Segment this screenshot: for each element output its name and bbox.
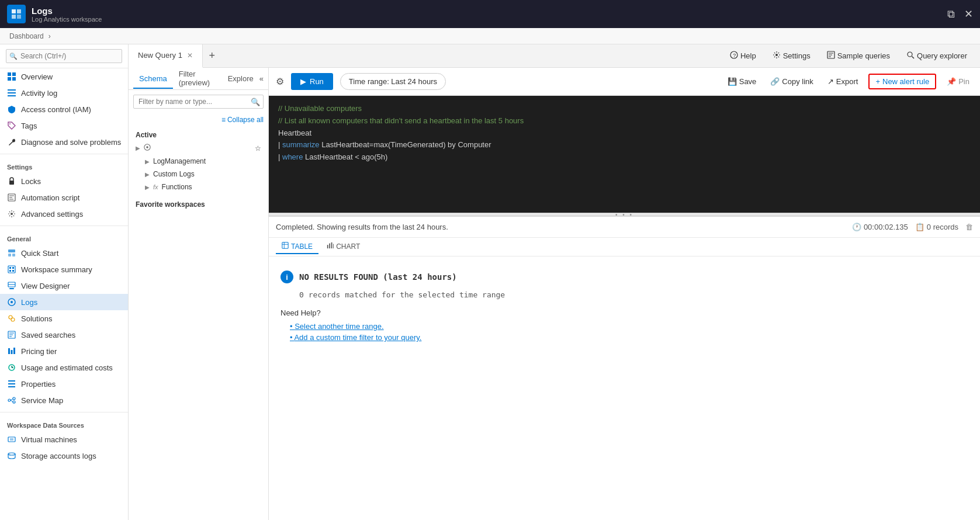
no-results-header: i NO RESULTS FOUND (last 24 hours) [281, 271, 968, 283]
sidebar-item-diagnose[interactable]: Diagnose and solve problems [0, 134, 128, 150]
collapse-all-button[interactable]: ≡ Collapse all [221, 116, 264, 124]
wrench-icon [7, 137, 16, 147]
sidebar-label-logs: Logs [21, 298, 37, 307]
schema-filter-options: ≡ Collapse all [129, 113, 268, 126]
sidebar-item-quickstart[interactable]: Quick Start [0, 245, 128, 261]
restore-button[interactable]: ⧉ [947, 8, 955, 20]
svg-rect-4 [8, 72, 11, 76]
code-editor[interactable]: // Unavailable computers // List all kno… [269, 96, 980, 213]
svg-rect-22 [9, 267, 11, 269]
sidebar-item-logs[interactable]: Logs [0, 294, 128, 310]
sidebar-label-tags: Tags [21, 122, 37, 130]
code-line-2: // List all known computers that didn't … [278, 115, 971, 127]
records-icon: 📋 [915, 223, 924, 231]
sidebar-item-properties[interactable]: Properties [0, 376, 128, 392]
help-link-custom-filter[interactable]: Add a custom time filter to your query. [290, 333, 968, 342]
svg-rect-38 [11, 350, 13, 354]
schema-tab-schema[interactable]: Schema [133, 70, 173, 89]
svg-rect-23 [12, 267, 14, 269]
sidebar-item-activity-log[interactable]: Activity log [0, 85, 128, 101]
svg-point-54 [775, 54, 778, 56]
pin-button[interactable]: 📌 Pin [943, 75, 973, 88]
sidebar-item-iam[interactable]: Access control (IAM) [0, 101, 128, 117]
schema-custom-logs[interactable]: ▶ Custom Logs [129, 168, 268, 181]
sample-queries-icon [827, 51, 835, 61]
help-button[interactable]: ? Help [726, 48, 760, 63]
no-results-content: i NO RESULTS FOUND (last 24 hours) 0 rec… [269, 256, 980, 358]
query-editor-panel: ⚙ ▶ Run Time range: Last 24 hours 💾 Save [269, 68, 980, 520]
svg-rect-18 [8, 249, 15, 252]
new-alert-rule-button[interactable]: + New alert rule [868, 74, 936, 89]
time-range-button[interactable]: Time range: Last 24 hours [340, 73, 446, 90]
svg-point-11 [9, 123, 11, 124]
schema-active-label: Active [129, 126, 268, 141]
svg-rect-37 [8, 348, 10, 354]
svg-rect-39 [13, 348, 15, 354]
sidebar-item-service-map[interactable]: Service Map [0, 392, 128, 408]
grid-icon [7, 72, 16, 81]
sidebar-label-pricing: Pricing tier [21, 347, 57, 356]
pin-icon: 📌 [947, 77, 956, 86]
storage-icon [7, 451, 16, 460]
svg-rect-43 [8, 386, 15, 387]
schema-collapse-icon[interactable]: « [259, 74, 264, 83]
schema-search-input[interactable] [133, 95, 264, 109]
sidebar-label-overview: Overview [21, 72, 53, 81]
search-input[interactable] [6, 49, 122, 63]
svg-rect-21 [8, 266, 15, 273]
svg-rect-7 [12, 77, 16, 81]
shield-icon [7, 105, 16, 114]
sidebar-item-automation[interactable]: Automation script [0, 189, 128, 206]
summary-icon [7, 265, 16, 274]
tab-close-icon[interactable]: ✕ [187, 51, 193, 60]
svg-rect-63 [282, 242, 288, 248]
sidebar-item-locks[interactable]: Locks [0, 173, 128, 189]
sidebar-item-tags[interactable]: Tags [0, 117, 128, 134]
section-settings-label: Settings [0, 158, 128, 173]
help-link-time-range[interactable]: Select another time range. [290, 322, 968, 331]
sidebar-item-vms[interactable]: Virtual machines [0, 431, 128, 448]
schema-panel: Schema Filter (preview) Explore « 🔍 ≡ Co… [129, 68, 269, 520]
sidebar-label-properties: Properties [21, 380, 56, 389]
tab-new-query-1[interactable]: New Query 1 ✕ [129, 44, 203, 68]
run-button[interactable]: ▶ Run [291, 73, 333, 90]
svg-rect-8 [8, 89, 16, 91]
sidebar-item-workspace-summary[interactable]: Workspace summary [0, 261, 128, 278]
svg-point-62 [146, 146, 148, 148]
sample-queries-button[interactable]: Sample queries [823, 48, 894, 63]
sidebar-item-overview[interactable]: Overview [0, 68, 128, 85]
need-help-label: Need Help? [281, 308, 968, 317]
sidebar-label-quickstart: Quick Start [21, 249, 58, 258]
help-icon: ? [730, 51, 738, 61]
sidebar-item-view-designer[interactable]: View Designer [0, 278, 128, 294]
export-button[interactable]: ↗ Export [824, 75, 862, 88]
search-icon: 🔍 [9, 53, 18, 60]
tab-table[interactable]: TABLE [276, 240, 318, 254]
svg-rect-10 [8, 95, 16, 96]
schema-tab-filter[interactable]: Filter (preview) [173, 68, 222, 93]
schema-logmanagement[interactable]: ▶ LogManagement [129, 155, 268, 168]
sidebar-item-solutions[interactable]: Solutions [0, 310, 128, 327]
schema-functions[interactable]: ▶ fx Functions [129, 181, 268, 193]
sidebar-item-storage-logs[interactable]: Storage accounts logs [0, 448, 128, 464]
schema-workspace-item[interactable]: ▶ ☆ [129, 141, 268, 155]
sidebar-item-advanced[interactable]: Advanced settings [0, 206, 128, 222]
tab-chart[interactable]: CHART [321, 240, 366, 254]
sidebar-item-pricing[interactable]: Pricing tier [0, 343, 128, 359]
save-button[interactable]: 💾 Save [724, 75, 760, 88]
info-icon: i [281, 271, 293, 283]
copy-link-button[interactable]: 🔗 Copy link [767, 75, 816, 88]
window-controls: ⧉ ✕ [947, 8, 973, 20]
schema-tab-explore[interactable]: Explore [222, 70, 259, 89]
settings-button[interactable]: Settings [769, 48, 814, 63]
close-button[interactable]: ✕ [964, 8, 973, 20]
breadcrumb-link[interactable]: Dashboard [9, 32, 44, 40]
divider-1 [0, 154, 128, 154]
delete-results-icon[interactable]: 🗑 [965, 223, 973, 231]
query-explorer-button[interactable]: Query explorer [903, 48, 971, 63]
tab-add-button[interactable]: + [203, 44, 221, 68]
sidebar-item-usage[interactable]: Usage and estimated costs [0, 359, 128, 376]
sidebar-item-saved-searches[interactable]: Saved searches [0, 327, 128, 343]
svg-point-44 [8, 399, 11, 401]
svg-rect-0 [12, 9, 16, 13]
